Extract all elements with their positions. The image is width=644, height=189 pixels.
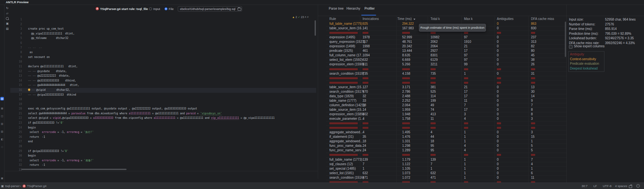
code-line[interactable]: begin bbox=[28, 154, 315, 158]
column-header-dfa-cache-miss[interactable]: DFA cache miss bbox=[531, 17, 554, 21]
breadcrumb-file[interactable]: TSqlParser.g4 bbox=[27, 184, 46, 188]
unlock-icon[interactable] bbox=[629, 185, 632, 188]
profiler-row[interactable]: aggregate_windowed…41.4954103 bbox=[326, 130, 566, 135]
file-radio-label[interactable]: File bbox=[169, 7, 174, 11]
column-header-invocations[interactable]: Invocations bbox=[363, 17, 379, 21]
profiler-row[interactable]: data_type (1829)322.48811417014 bbox=[326, 94, 566, 99]
code-line[interactable] bbox=[28, 60, 315, 64]
code-line[interactable]: as bbox=[28, 50, 315, 55]
profiler-row[interactable]: set_special (1485)11.1051101 bbox=[326, 166, 566, 171]
toolwindow-button-3[interactable]: ▥ bbox=[0, 122, 4, 126]
profiler-row[interactable]: select_list (1581)6321.073632106 bbox=[326, 171, 566, 176]
profiler-row[interactable]: full_column_name (17…10948.635830197045 bbox=[326, 53, 566, 58]
input-radio-label[interactable]: Input bbox=[153, 7, 160, 11]
antlr-preview-toolwindow-button[interactable]: ▤ bbox=[0, 97, 4, 100]
code-line[interactable] bbox=[28, 144, 315, 149]
profiler-row[interactable]: full_table_name (1773)1391.179139107 bbox=[326, 157, 566, 162]
status-item-2[interactable]: UTF-8 bbox=[603, 184, 611, 188]
toolwindow-button-terminal[interactable]: ▣ bbox=[0, 176, 4, 180]
settings-icon[interactable]: ▤ bbox=[5, 27, 9, 31]
code-line[interactable] bbox=[28, 41, 315, 46]
code-line[interactable]: if @vipa333333333333 !='0' bbox=[28, 149, 315, 154]
code-line[interactable]: return -1 bbox=[28, 135, 315, 140]
toolwindow-button-6[interactable]: □ bbox=[0, 145, 4, 149]
tab-hierarchy[interactable]: Hierarchy bbox=[346, 7, 360, 10]
code-line[interactable]: if @a333333333333 !='0' bbox=[28, 121, 315, 126]
profiler-row[interactable]: func_proc_name_data…241.29895405 bbox=[326, 144, 566, 148]
code-line[interactable]: select errorcode = -1, errormsg = '执行!' bbox=[28, 130, 315, 135]
profiler-row[interactable]: expression (1495)197852.99910982970237 bbox=[326, 35, 566, 40]
toolwindow-button-5[interactable]: ◧ bbox=[0, 137, 4, 141]
profiler-row[interactable] bbox=[326, 67, 566, 72]
profiler-row[interactable]: if_statement (31)351.476441015 bbox=[326, 135, 566, 139]
profiler-row[interactable] bbox=[326, 80, 566, 85]
toolwindow-button-2[interactable]: ◫ bbox=[0, 114, 4, 118]
code-line[interactable]: @p_tblname dtchar32 bbox=[28, 36, 315, 41]
tab-parse-tree[interactable]: Parse tree bbox=[329, 7, 344, 10]
code-line[interactable]: -- -- -- bbox=[28, 46, 315, 51]
status-item-1[interactable]: LF bbox=[593, 184, 597, 188]
intention-bulb-icon[interactable] bbox=[28, 89, 30, 91]
code-line[interactable]: —— —— @a4444444444444444 dtint, bbox=[28, 83, 315, 88]
toolwindow-button-1[interactable]: ▦ bbox=[0, 107, 4, 110]
profiler-row[interactable]: sql_clauses (12)71.1227104 bbox=[326, 162, 566, 167]
code-line[interactable]: —— @vipid dtchar32, bbox=[28, 88, 315, 93]
code-line[interactable]: declare @a1111111111111 dtint, bbox=[28, 64, 315, 69]
profiler-row[interactable]: column_definition (1421)182.06449707 bbox=[326, 103, 566, 108]
code-line[interactable] bbox=[28, 102, 315, 107]
profiler-row[interactable]: func_proc_name_serv…241.28995405 bbox=[326, 148, 566, 153]
show-expert-columns-label[interactable]: Show expert columns bbox=[574, 44, 605, 48]
status-item-3[interactable]: 4 spaces bbox=[615, 184, 627, 188]
column-header-max-k[interactable]: Max k bbox=[464, 17, 473, 21]
profiler-row[interactable] bbox=[326, 76, 566, 81]
column-header-time-ms-[interactable]: Time (ms) bbox=[397, 17, 415, 21]
show-expert-columns-checkbox[interactable] bbox=[569, 45, 573, 49]
profiler-row[interactable]: table_source_item (15…141.959741708 bbox=[326, 108, 566, 112]
profiler-row[interactable] bbox=[326, 180, 566, 183]
editor-code-area[interactable]: create proc up_com_test @p_vipa111111111… bbox=[28, 17, 315, 173]
code-line[interactable]: create proc up_com_test bbox=[28, 27, 315, 32]
profiler-row[interactable]: query_expression (1527)11748.76120621910… bbox=[326, 40, 566, 44]
profiler-row[interactable]: predicate (1525)46113.444292717080 bbox=[326, 49, 566, 53]
file-radio[interactable] bbox=[165, 7, 167, 10]
code-line[interactable]: exec nb_com_getsysconfig @a1111111111111… bbox=[28, 107, 315, 111]
toolwindow-button-4[interactable]: ▧ bbox=[0, 130, 4, 133]
profiler-row[interactable]: search_condition (1516)4711.0724711011 bbox=[326, 175, 566, 180]
input-radio[interactable] bbox=[149, 7, 152, 10]
code-line[interactable]: return -1 bbox=[28, 163, 315, 168]
code-line[interactable]: select errorcode = -1, errormsg = '准备!' bbox=[28, 158, 315, 163]
column-header-total-k[interactable]: Total k bbox=[431, 17, 440, 21]
code-line[interactable] bbox=[28, 22, 315, 27]
profiler-row[interactable]: search_condition (1517)4702.78652517030 bbox=[326, 90, 566, 94]
file-path-input[interactable]: ebelice/Github/tsql-parser/examples/big.… bbox=[178, 6, 242, 12]
code-line[interactable]: select @a4444444444444444 = paravalue fr… bbox=[28, 111, 315, 116]
code-line[interactable]: select @vipid = vipid,@vipa333333333333 … bbox=[28, 116, 315, 121]
profiler-row[interactable]: expression_elem (1589)4021.948413308 bbox=[326, 112, 566, 117]
profiler-row[interactable] bbox=[326, 126, 566, 130]
profiler-row[interactable]: table_name (1777)332.2521991109 bbox=[326, 99, 566, 103]
code-line[interactable]: end bbox=[28, 139, 315, 144]
profiler-row[interactable]: execute_parameter (1…41.75811403 bbox=[326, 117, 566, 121]
code-line[interactable] bbox=[28, 97, 315, 102]
profiler-row[interactable]: expression (1498)199820.342206421082 bbox=[326, 44, 566, 49]
editor-vertical-scrollbar[interactable] bbox=[315, 20, 316, 36]
profiler-row[interactable] bbox=[326, 153, 566, 157]
folder-icon[interactable] bbox=[238, 8, 241, 11]
status-item-0[interactable]: 30:7 bbox=[582, 184, 588, 188]
profiler-row[interactable]: aggregate_windowed…181.33118101 bbox=[326, 139, 566, 144]
column-header-ambiguities[interactable]: Ambiguities bbox=[497, 17, 514, 21]
code-line[interactable]: set nocount on bbox=[28, 55, 315, 60]
search-icon[interactable] bbox=[6, 17, 9, 20]
status-terminal-icon[interactable]: ▣ bbox=[1, 184, 4, 188]
profiler-row[interactable]: search_condition (1519)7354.1587351031 bbox=[326, 71, 566, 76]
code-line[interactable]: —— —— @a333333333333 dtkind, bbox=[28, 79, 315, 83]
breadcrumb-project[interactable]: tsql-parser bbox=[5, 184, 20, 188]
column-header-rule[interactable]: Rule bbox=[329, 17, 336, 21]
editor-horizontal-scrollbar[interactable] bbox=[21, 169, 127, 170]
notifications-icon[interactable]: ! bbox=[636, 184, 640, 188]
profiler-row[interactable]: expression_elem (1590)6115.266321199026 bbox=[326, 62, 566, 67]
code-line[interactable]: —— —— @sysdate dtdate, bbox=[28, 69, 315, 74]
code-line[interactable]: @p_vipa1111111111111 dtint, bbox=[28, 32, 315, 36]
profiler-row[interactable]: select_list_elem (1592)6326.669612997038 bbox=[326, 58, 566, 62]
code-line[interactable]: —— —— @a2222222222 dtdate, bbox=[28, 74, 315, 79]
